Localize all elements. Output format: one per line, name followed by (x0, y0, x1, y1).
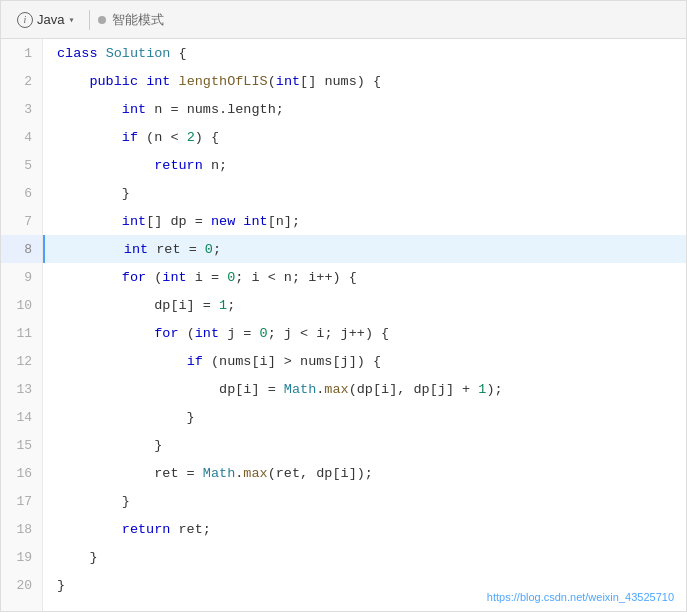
line-number-16: 16 (1, 459, 42, 487)
code-area: 1 2 3 4 5 6 7 8 9 10 11 12 13 14 15 16 1… (1, 39, 686, 611)
smart-mode-toggle[interactable]: 智能模式 (98, 11, 164, 29)
line-number-15: 15 (1, 431, 42, 459)
code-line-4: if (n < 2) { (43, 123, 686, 151)
code-line-11: for (int j = 0; j < i; j++) { (43, 319, 686, 347)
line-number-17: 17 (1, 487, 42, 515)
chevron-down-icon: ▾ (68, 14, 74, 26)
line-number-18: 18 (1, 515, 42, 543)
code-line-18: return ret; (43, 515, 686, 543)
code-line-15: } (43, 431, 686, 459)
editor-container: i Java ▾ 智能模式 1 2 3 4 5 6 7 8 9 10 11 12… (0, 0, 687, 612)
toolbar: i Java ▾ 智能模式 (1, 1, 686, 39)
line-number-8: 8 (1, 235, 42, 263)
line-number-20: 20 (1, 571, 42, 599)
code-line-7: int[] dp = new int[n]; (43, 207, 686, 235)
code-line-8: int ret = 0; (43, 235, 686, 263)
code-line-5: return n; (43, 151, 686, 179)
line-number-1: 1 (1, 39, 42, 67)
line-number-2: 2 (1, 67, 42, 95)
code-line-10: dp[i] = 1; (43, 291, 686, 319)
line-number-12: 12 (1, 347, 42, 375)
code-line-6: } (43, 179, 686, 207)
dot-icon (98, 16, 106, 24)
code-line-9: for (int i = 0; i < n; i++) { (43, 263, 686, 291)
language-label: Java (37, 12, 64, 27)
line-number-9: 9 (1, 263, 42, 291)
line-number-10: 10 (1, 291, 42, 319)
code-line-1: class Solution { (43, 39, 686, 67)
line-number-19: 19 (1, 543, 42, 571)
code-line-16: ret = Math.max(ret, dp[i]); (43, 459, 686, 487)
code-line-14: } (43, 403, 686, 431)
code-line-19: } (43, 543, 686, 571)
code-content[interactable]: class Solution { public int lengthOfLIS(… (43, 39, 686, 611)
line-number-11: 11 (1, 319, 42, 347)
line-number-3: 3 (1, 95, 42, 123)
code-line-2: public int lengthOfLIS(int[] nums) { (43, 67, 686, 95)
line-number-4: 4 (1, 123, 42, 151)
smart-mode-label: 智能模式 (112, 11, 164, 29)
language-selector[interactable]: i Java ▾ (11, 10, 81, 30)
code-line-17: } (43, 487, 686, 515)
line-number-7: 7 (1, 207, 42, 235)
line-number-14: 14 (1, 403, 42, 431)
toolbar-divider (89, 10, 90, 30)
code-line-3: int n = nums.length; (43, 95, 686, 123)
line-number-13: 13 (1, 375, 42, 403)
watermark: https://blog.csdn.net/weixin_43525710 (487, 591, 674, 603)
line-number-5: 5 (1, 151, 42, 179)
line-number-6: 6 (1, 179, 42, 207)
info-icon: i (17, 12, 33, 28)
line-numbers: 1 2 3 4 5 6 7 8 9 10 11 12 13 14 15 16 1… (1, 39, 43, 611)
code-line-12: if (nums[i] > nums[j]) { (43, 347, 686, 375)
code-line-13: dp[i] = Math.max(dp[i], dp[j] + 1); (43, 375, 686, 403)
